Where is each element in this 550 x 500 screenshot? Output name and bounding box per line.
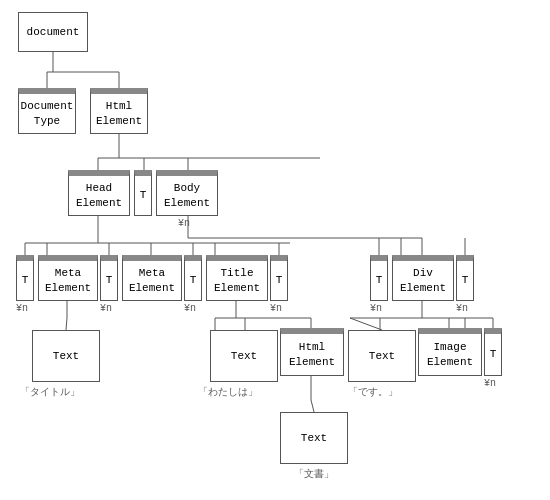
meta2-node: MetaElement (122, 255, 182, 301)
yn-body: ¥n (178, 218, 190, 229)
t-head-body-node: T (134, 170, 152, 216)
title-element-label: TitleElement (214, 266, 260, 295)
t-after-meta1: T (100, 255, 118, 301)
image-element-node: ImageElement (418, 328, 482, 376)
image-element-label: ImageElement (427, 340, 473, 369)
t-after-title-label: T (276, 273, 283, 287)
body-element-node: BodyElement (156, 170, 218, 216)
document-node: document (18, 12, 88, 52)
head-element-label: HeadElement (76, 181, 122, 210)
t-before-title-label: T (190, 273, 197, 287)
t-after-img: T (484, 328, 502, 376)
t-after-img-label: T (490, 347, 497, 361)
text-node-2-label: Text (231, 349, 257, 363)
yn-after-meta1: ¥n (100, 303, 112, 314)
doctype-node: DocumentType (18, 88, 76, 134)
html-element-node-root: HtmlElement (90, 88, 148, 134)
t-after-meta1-label: T (106, 273, 113, 287)
yn-before-meta1: ¥n (16, 303, 28, 314)
lbl-text2: 「わたしは」 (198, 385, 258, 399)
lbl-text3: 「です。」 (348, 385, 398, 399)
head-element-node: HeadElement (68, 170, 130, 216)
t-before-div: T (370, 255, 388, 301)
svg-line-36 (350, 318, 382, 330)
document-label: document (27, 25, 80, 39)
connecting-lines (0, 0, 550, 500)
t-before-meta1: T (16, 255, 34, 301)
title-element-node: TitleElement (206, 255, 268, 301)
yn-before-title: ¥n (184, 303, 196, 314)
meta1-node: MetaElement (38, 255, 98, 301)
t-after-div-label: T (462, 273, 469, 287)
t-before-meta1-label: T (22, 273, 29, 287)
svg-line-31 (66, 318, 67, 330)
meta1-label: MetaElement (45, 266, 91, 295)
text-node-1-label: Text (53, 349, 79, 363)
html-element-label-child: HtmlElement (289, 340, 335, 369)
yn-before-div: ¥n (370, 303, 382, 314)
meta2-label: MetaElement (129, 266, 175, 295)
html-element-label-root: HtmlElement (96, 99, 142, 128)
t-head-body-label: T (140, 188, 147, 202)
yn-after-img: ¥n (484, 378, 496, 389)
svg-line-33 (311, 400, 314, 412)
text-node-3-label: Text (369, 349, 395, 363)
lbl-text1: 「タイトル」 (20, 385, 80, 399)
t-before-div-label: T (376, 273, 383, 287)
t-after-div: T (456, 255, 474, 301)
lbl-text4: 「文書」 (294, 467, 334, 481)
text-node-4: Text (280, 412, 348, 464)
text-node-3: Text (348, 330, 416, 382)
text-node-1: Text (32, 330, 100, 382)
html-element-node-child: HtmlElement (280, 328, 344, 376)
dom-tree-diagram: document DocumentType HtmlElement HeadEl… (0, 0, 550, 500)
t-before-title: T (184, 255, 202, 301)
yn-after-div: ¥n (456, 303, 468, 314)
doctype-label: DocumentType (21, 99, 74, 128)
div-element-label: DivElement (400, 266, 446, 295)
div-element-node: DivElement (392, 255, 454, 301)
yn-after-title: ¥n (270, 303, 282, 314)
text-node-4-label: Text (301, 431, 327, 445)
text-node-2: Text (210, 330, 278, 382)
body-element-label: BodyElement (164, 181, 210, 210)
t-after-title: T (270, 255, 288, 301)
